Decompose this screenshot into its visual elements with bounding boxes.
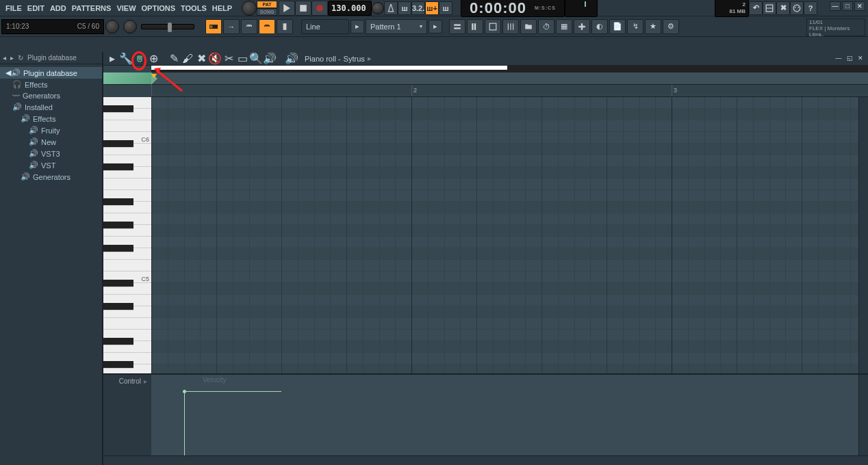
close-all-button[interactable]: ▦ [556,19,572,34]
tree-vst[interactable]: 🔊VST [0,159,102,171]
live-button[interactable] [277,19,293,34]
help-button[interactable]: ? [804,1,817,15]
browser-forward-icon[interactable]: ▸ [10,54,14,62]
play-button[interactable] [279,1,295,16]
swing-knob[interactable] [105,20,119,34]
maximize-button[interactable]: □ [842,1,853,11]
info-button[interactable]: ★ [645,19,661,34]
close-button[interactable]: ✕ [854,1,865,11]
main-pitch-knob[interactable] [123,20,137,34]
pr-stamp-button[interactable]: ⊕ [147,53,159,64]
pr-paint-tool[interactable]: 🖌 [181,53,194,64]
tree-plugin-database[interactable]: ◀🔊Plugin database [0,67,102,79]
menu-tools[interactable]: TOOLS [178,4,209,12]
velocity-editor[interactable]: Velocity [151,375,858,455]
debug-button[interactable]: ⚙ [663,19,679,34]
view-switch-button[interactable] [763,1,776,15]
render-button[interactable]: ↯ [627,19,643,34]
countdown-button[interactable]: 3.2. [411,1,425,15]
pattern-selector[interactable]: Pattern 1▾ [366,19,427,34]
stop-button[interactable] [295,1,311,16]
midi-button[interactable] [790,1,804,15]
browser-back-icon[interactable]: ◂ [3,54,6,62]
menu-add[interactable]: ADD [47,4,69,12]
svg-rect-7 [283,23,287,30]
tree-fruity[interactable]: 🔊Fruity [0,124,102,136]
pr-minimize-button[interactable]: — [834,53,843,63]
tree-installed-generators[interactable]: 🔊Generators [0,171,102,183]
audio-settings-button[interactable]: ◐ [591,19,608,34]
pr-bar-ruler[interactable]: 2 3 [151,85,868,97]
view-channelrack-button[interactable] [485,19,501,34]
tempo-display[interactable]: 130.000 [328,1,372,16]
pr-playback-tool[interactable]: 🔊 [264,53,276,64]
metronome-button[interactable] [384,1,398,15]
piano-keyboard[interactable]: C6C5 [103,97,151,373]
view-browser-button[interactable] [520,19,537,34]
song-mode[interactable]: SONG [257,8,277,16]
loop-record-button[interactable]: ш [439,1,452,15]
pr-draw-tool[interactable]: ✎ [168,53,180,64]
pr-channel-icon[interactable]: 🔊 [285,53,298,64]
view-pianoroll-button[interactable] [467,19,483,34]
menu-edit[interactable]: EDIT [25,4,47,12]
view-playlist-button[interactable] [449,19,465,34]
step-edit-button[interactable]: → [223,19,240,34]
pr-zoom-tool[interactable]: 🔍 [250,53,262,64]
pr-mute-tool[interactable]: 🔇 [209,53,221,64]
plugin-picker-button[interactable] [574,19,590,34]
pr-delete-tool[interactable]: ✖ [195,53,207,64]
menu-help[interactable]: HELP [209,4,235,12]
note-grid[interactable]: B4 [151,97,858,373]
tree-effects[interactable]: 🎧Effects [0,79,102,90]
main-volume-knob[interactable] [242,1,257,16]
minimize-button[interactable]: — [830,1,841,11]
pr-tools-button[interactable]: 🔧 [120,53,132,64]
snap-dropdown[interactable]: ▸ [350,20,364,34]
menu-file[interactable]: FILE [3,4,25,12]
view-mixer-button[interactable] [502,19,519,34]
pat-mode[interactable]: PAT [257,1,277,8]
file-settings-button[interactable]: 📄 [609,19,626,34]
tree-vst3[interactable]: 🔊VST3 [0,148,102,159]
menu-view[interactable]: VIEW [114,4,138,12]
link-button[interactable] [241,19,257,34]
control-pane: Control▸ Velocity [103,373,868,455]
control-vertical-scrollbar[interactable] [858,375,868,455]
undo-button[interactable]: ↶ [749,1,763,15]
settings-button[interactable]: ✖ [776,1,790,15]
snap-selector[interactable]: Line [301,19,349,34]
pr-horizontal-scrollbar[interactable] [103,455,868,465]
tree-installed[interactable]: 🔊Installed [0,101,102,113]
pitch-knob[interactable] [372,2,384,14]
tempo-tap-button[interactable]: ⏱ [538,19,554,34]
menu-patterns[interactable]: PATTERNS [69,4,114,12]
pr-playhead-marker[interactable] [151,74,157,79]
tree-new[interactable]: 🔊New [0,136,102,148]
overdub-button[interactable]: ш+ [425,1,439,15]
pr-select-tool[interactable]: ▭ [236,53,248,64]
pr-playhead-row[interactable] [103,72,868,85]
menu-options[interactable]: OPTIONS [139,4,179,12]
pr-close-button[interactable]: ✕ [856,53,865,63]
control-pane-label[interactable]: Control▸ [103,375,151,455]
tree-generators[interactable]: 〰Generators [0,90,102,101]
link2-button[interactable] [259,19,275,34]
record-button[interactable] [311,1,328,16]
browser-reread-icon[interactable]: ↻ [18,54,23,62]
pr-menu-button[interactable]: ▸ [106,53,118,64]
crossfade-slider[interactable] [141,24,194,29]
pr-target-channel-badge[interactable] [103,72,151,84]
pr-overview[interactable] [151,66,868,72]
pr-maximize-button[interactable]: ◱ [845,53,854,63]
pr-snap-magnet-icon[interactable] [133,53,146,64]
pr-slice-tool[interactable]: ✂ [222,53,235,64]
main-workspace: ◂ ▸ ↻ Plugin database ◀🔊Plugin database … [0,52,868,465]
song-pattern-switch[interactable]: PAT SONG [257,1,277,16]
wait-input-button[interactable]: ш [398,1,411,15]
pattern-next-button[interactable]: ▸ [429,20,442,34]
browser-tree[interactable]: ◀🔊Plugin database 🎧Effects 〰Generators 🔊… [0,64,102,465]
time-display[interactable]: 0:00:00 M:S:CS [461,0,565,17]
tree-installed-effects[interactable]: 🔊Effects [0,113,102,124]
typing-keyboard-button[interactable] [205,19,222,34]
